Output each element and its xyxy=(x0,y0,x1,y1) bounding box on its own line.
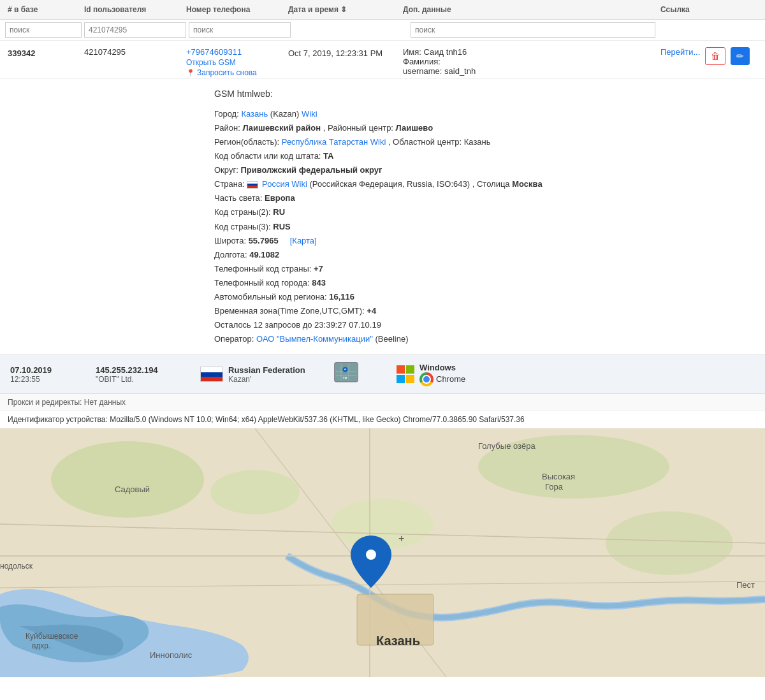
gsm-telcity-row: Телефонный код города: 843 xyxy=(214,276,760,290)
useragent-text: Идентификатор устройства: Mozilla/5.0 (W… xyxy=(8,415,525,424)
os-text: Windows Chrome xyxy=(419,363,465,386)
map-link[interactable]: [Карта] xyxy=(290,236,317,245)
row-username: username: said_tnh xyxy=(403,66,655,76)
row-name: Имя: Саид tnh16 xyxy=(403,47,655,57)
request-again-link[interactable]: 📍 Запросить снова xyxy=(186,68,283,77)
gsm-autocode-row: Автомобильный код региона: 16,116 xyxy=(214,290,760,304)
svg-point-14 xyxy=(606,511,733,575)
open-gsm-link[interactable]: Открыть GSM xyxy=(186,58,283,67)
gsm-title: GSM htmlweb: xyxy=(214,87,760,102)
gsm-region-row: Регион(область): Республика Татарстан Wi… xyxy=(214,135,760,149)
gsm-worldpart-row: Часть света: Европа xyxy=(214,191,760,205)
svg-text:Голубые озёра: Голубые озёра xyxy=(478,441,536,451)
russia-flag-icon xyxy=(247,181,258,189)
svg-text:Казань: Казань xyxy=(376,634,420,648)
col-num: # в базе xyxy=(5,4,82,15)
gsm-operator-row: Оператор: ОАО "Вымпел-Коммуникации" (Bee… xyxy=(214,332,760,346)
proxy-text: Прокси и редиректы: Нет данных xyxy=(8,398,126,407)
gsm-lon-row: Долгота: 49.1082 xyxy=(214,248,760,262)
delete-button[interactable]: 🗑 xyxy=(705,47,725,65)
search-userid[interactable] xyxy=(84,22,186,38)
svg-text:Гора: Гора xyxy=(545,482,564,492)
svg-text:вдхр.: вдхр. xyxy=(32,641,50,650)
gsm-detail: GSM htmlweb: Город: Казань (Kazan) Wiki … xyxy=(0,79,765,355)
gsm-statecode-row: Код области или код штата: TA xyxy=(214,149,760,163)
gsm-district-row: Район: Лаишевский район , Районный центр… xyxy=(214,121,760,135)
pin-icon: 📍 xyxy=(186,69,195,77)
search-num[interactable] xyxy=(5,22,82,38)
svg-point-15 xyxy=(210,470,300,514)
svg-text:+: + xyxy=(398,533,404,544)
gsm-requests-row: Осталось 12 запросов до 23:39:27 07.10.1… xyxy=(214,318,760,332)
row-extra: Имя: Саид tnh16 Фамилия: username: said_… xyxy=(400,46,658,77)
city-name: Kazan' xyxy=(228,375,305,384)
goto-link[interactable]: Перейти... xyxy=(660,47,700,57)
col-extra: Доп. данные xyxy=(400,4,658,15)
svg-text:Садовый: Садовый xyxy=(115,485,150,494)
proxy-bar: Прокси и редиректы: Нет данных xyxy=(0,394,765,411)
svg-text:TP: TP xyxy=(342,376,347,380)
svg-point-24 xyxy=(366,550,376,560)
location-text: Russian Federation Kazan' xyxy=(228,365,305,384)
ip-block: 145.255.232.194 "OBIT" Ltd. xyxy=(96,365,185,384)
phone-cell: +79674609311 Открыть GSM 📍 Запросить сно… xyxy=(184,46,286,78)
map-svg: Казань Голубые озёра Высокая Гора Садовы… xyxy=(0,428,765,677)
row-surname: Фамилия: xyxy=(403,57,655,66)
map-pin-block: TP xyxy=(330,361,381,387)
chrome-icon xyxy=(419,372,433,386)
phone-number-link[interactable]: +79674609311 xyxy=(186,47,283,57)
browser-row: Chrome xyxy=(419,372,465,386)
svg-text:Пест: Пест xyxy=(736,580,755,590)
gsm-city-row: Город: Казань (Kazan) Wiki xyxy=(214,107,760,121)
operator-link[interactable]: ОАО "Вымпел-Коммуникации" xyxy=(256,334,373,344)
ip-address: 145.255.232.194 xyxy=(96,365,185,375)
location-block: Russian Federation Kazan' xyxy=(200,365,315,384)
region-link[interactable]: Республика Татарстан Wiki xyxy=(282,137,386,147)
gsm-country-row: Страна: Россия Wiki (Российская Федераци… xyxy=(214,177,760,191)
country-link[interactable]: Россия Wiki xyxy=(262,179,307,189)
country-name: Russian Federation xyxy=(228,365,305,375)
datetime-block: 07.10.2019 12:23:55 xyxy=(10,365,80,384)
useragent-bar: Идентификатор устройства: Mozilla/5.0 (W… xyxy=(0,411,765,428)
gsm-district2-row: Округ: Приволжский федеральный округ xyxy=(214,163,760,177)
isp-name: "OBIT" Ltd. xyxy=(96,375,185,384)
svg-text:нодольск: нодольск xyxy=(0,562,33,571)
col-datetime: Дата и время ⇕ xyxy=(286,4,400,15)
os-block: Windows Chrome xyxy=(397,363,465,386)
search-extra[interactable] xyxy=(411,22,655,38)
svg-text:Иннополис: Иннополис xyxy=(150,650,193,660)
col-link: Ссылка xyxy=(658,4,760,15)
country-flag-icon xyxy=(200,367,223,382)
gsm-telcc-row: Телефонный код страны: +7 xyxy=(214,262,760,276)
gsm-cc3-row: Код страны(3): RUS xyxy=(214,220,760,234)
visit-date: 07.10.2019 xyxy=(10,365,80,375)
svg-text:Куйбышевское: Куйбышевское xyxy=(26,632,78,641)
col-phone: Номер телефона xyxy=(184,4,286,15)
browser-name: Chrome xyxy=(436,374,465,384)
row-datetime: Oct 7, 2019, 12:23:31 PM xyxy=(286,46,400,59)
map-area: Казань Голубые озёра Высокая Гора Садовы… xyxy=(0,428,765,677)
gsm-cc2-row: Код страны(2): RU xyxy=(214,205,760,219)
data-row: 339342 421074295 +79674609311 Открыть GS… xyxy=(0,41,765,79)
row-num: 339342 xyxy=(5,46,82,59)
bottom-bar: 07.10.2019 12:23:55 145.255.232.194 "OBI… xyxy=(0,355,765,394)
windows-logo-icon xyxy=(397,365,414,383)
gsm-lat-row: Широта: 55.7965 [Карта] xyxy=(214,234,760,248)
map-pin-icon: TP xyxy=(330,361,362,387)
city-wiki-link[interactable]: Wiki xyxy=(302,109,317,119)
col-userid: Id пользователя xyxy=(82,4,184,15)
svg-point-11 xyxy=(51,441,204,518)
row-userid: 421074295 xyxy=(82,46,184,58)
search-phone[interactable] xyxy=(189,22,291,38)
table-header: # в базе Id пользователя Номер телефона … xyxy=(0,0,765,20)
search-row xyxy=(0,20,765,41)
os-name: Windows xyxy=(419,363,465,372)
edit-button[interactable]: ✏ xyxy=(731,47,750,65)
gsm-timezone-row: Временная зона(Time Zone,UTC,GMT): +4 xyxy=(214,304,760,318)
svg-text:Высокая: Высокая xyxy=(542,472,575,481)
row-link-cell: Перейти... 🗑 ✏ xyxy=(658,46,760,66)
visit-time: 12:23:55 xyxy=(10,375,80,384)
city-link[interactable]: Казань xyxy=(241,109,268,119)
